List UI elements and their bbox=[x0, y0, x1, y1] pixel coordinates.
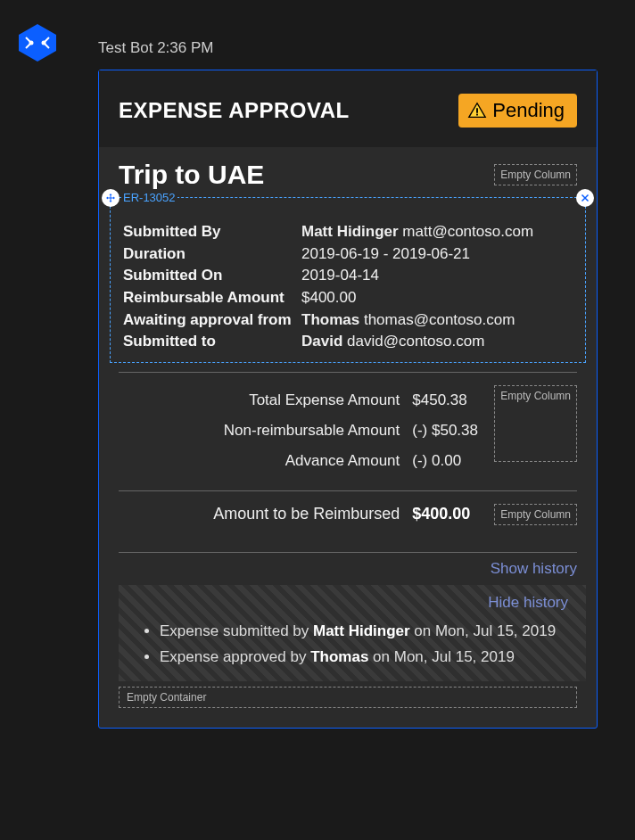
fact-row: Submitted to David david@contoso.com bbox=[123, 331, 573, 353]
card-title: EXPENSE APPROVAL bbox=[119, 98, 350, 123]
status-text: Pending bbox=[492, 99, 565, 122]
fact-row: Reimbursable Amount $400.00 bbox=[123, 287, 573, 309]
fact-value: 2019-04-14 bbox=[301, 265, 379, 287]
fact-label: Duration bbox=[123, 243, 301, 266]
fact-row: Awaiting approval from Thomas thomas@con… bbox=[123, 309, 573, 332]
empty-container-placeholder[interactable]: Empty Container bbox=[119, 687, 577, 708]
trip-title: Trip to UAE bbox=[119, 160, 264, 190]
advance-label: Advance Amount bbox=[285, 446, 400, 476]
move-handle-icon[interactable] bbox=[102, 189, 120, 207]
empty-column-placeholder[interactable]: Empty Column bbox=[494, 504, 577, 525]
fact-label: Submitted On bbox=[123, 265, 301, 287]
fact-value: Matt Hidinger matt@contoso.com bbox=[301, 221, 533, 243]
hide-history-link[interactable]: Hide history bbox=[124, 594, 581, 619]
fact-row: Duration 2019-06-19 - 2019-06-21 bbox=[123, 243, 573, 266]
fact-value: $400.00 bbox=[301, 287, 356, 309]
list-item: Expense approved by Thomas on Mon, Jul 1… bbox=[160, 645, 581, 671]
status-badge: Pending bbox=[458, 94, 577, 128]
total-expense-value: $450.38 bbox=[412, 385, 483, 416]
fact-value: David david@contoso.com bbox=[301, 331, 484, 353]
trip-title-row: Trip to UAE Empty Column bbox=[99, 147, 597, 197]
empty-column-placeholder[interactable]: Empty Column bbox=[494, 164, 577, 185]
reference-id: ER-13052 bbox=[121, 191, 177, 204]
fact-value: Thomas thomas@contoso.com bbox=[301, 309, 515, 332]
nonreimbursable-value: (-) $50.38 bbox=[412, 416, 483, 446]
reimburse-label: Amount to be Reimbursed bbox=[213, 505, 400, 523]
history-panel: Hide history Expense submitted by Matt H… bbox=[119, 585, 586, 681]
total-expense-label: Total Expense Amount bbox=[249, 385, 400, 416]
app-logo-icon bbox=[16, 21, 59, 64]
svg-rect-4 bbox=[476, 114, 478, 116]
total-row: Non-reimbursable Amount (-) $50.38 bbox=[119, 416, 483, 446]
selected-factset-block[interactable]: ER-13052 Submitted By Matt Hidinger matt… bbox=[110, 197, 586, 363]
advance-value: (-) 0.00 bbox=[412, 446, 483, 476]
message-timestamp: 2:36 PM bbox=[157, 39, 213, 56]
svg-marker-0 bbox=[19, 24, 56, 62]
totals-list: Total Expense Amount $450.38 Non-reimbur… bbox=[119, 385, 483, 476]
total-row: Total Expense Amount $450.38 bbox=[119, 385, 483, 416]
card-header: EXPENSE APPROVAL Pending bbox=[99, 70, 597, 147]
history-list: Expense submitted by Matt Hidinger on Mo… bbox=[124, 619, 581, 671]
message-header: Test Bot 2:36 PM bbox=[98, 39, 213, 57]
fact-label: Reimbursable Amount bbox=[123, 287, 301, 309]
fact-label: Submitted By bbox=[123, 221, 301, 243]
reimburse-row: Amount to be Reimbursed $400.00 bbox=[119, 505, 483, 523]
show-history-row: Show history bbox=[99, 553, 597, 581]
bot-name: Test Bot bbox=[98, 39, 153, 56]
warning-icon bbox=[467, 101, 487, 120]
empty-column-placeholder[interactable]: Empty Column bbox=[494, 385, 577, 462]
fact-row: Submitted By Matt Hidinger matt@contoso.… bbox=[123, 221, 573, 243]
fact-set: Submitted By Matt Hidinger matt@contoso.… bbox=[123, 221, 573, 353]
fact-row: Submitted On 2019-04-14 bbox=[123, 265, 573, 287]
close-handle-icon[interactable] bbox=[576, 189, 594, 207]
reimburse-value: $400.00 bbox=[412, 505, 483, 523]
reimburse-block: Amount to be Reimbursed $400.00 Empty Co… bbox=[99, 491, 597, 543]
fact-value: 2019-06-19 - 2019-06-21 bbox=[301, 243, 470, 266]
list-item: Expense submitted by Matt Hidinger on Mo… bbox=[160, 619, 581, 645]
fact-label: Submitted to bbox=[123, 331, 301, 353]
nonreimbursable-label: Non-reimbursable Amount bbox=[224, 416, 400, 446]
svg-rect-3 bbox=[476, 108, 478, 113]
totals-block: Total Expense Amount $450.38 Non-reimbur… bbox=[99, 373, 597, 482]
fact-label: Awaiting approval from bbox=[123, 309, 301, 332]
total-row: Advance Amount (-) 0.00 bbox=[119, 446, 483, 476]
adaptive-card: EXPENSE APPROVAL Pending Trip to UAE Emp… bbox=[98, 70, 598, 729]
show-history-link[interactable]: Show history bbox=[491, 560, 577, 577]
